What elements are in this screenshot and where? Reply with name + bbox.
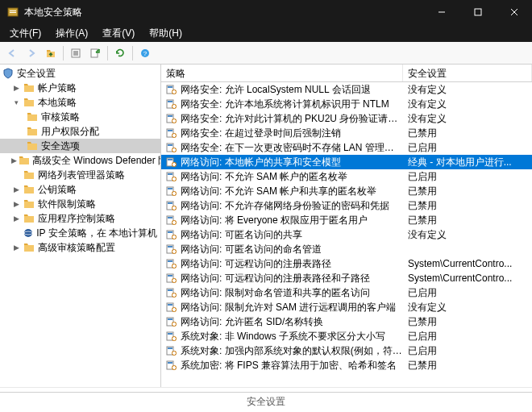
column-header-policy[interactable]: 策略 bbox=[161, 65, 403, 81]
list-row[interactable]: 网络访问: 可远程访问的注册表路径System\CurrentContro... bbox=[161, 256, 532, 271]
expand-icon[interactable]: ▶ bbox=[11, 199, 21, 209]
toolbar-separator bbox=[107, 46, 108, 60]
svg-rect-72 bbox=[172, 207, 176, 209]
policy-icon bbox=[164, 286, 177, 299]
policy-icon bbox=[164, 127, 177, 139]
tree-advanced-audit[interactable]: ▶ 高级审核策略配置 bbox=[0, 240, 160, 255]
menu-view[interactable]: 查看(V) bbox=[98, 25, 139, 42]
policy-icon bbox=[164, 83, 177, 96]
policy-name: 网络访问: 本地帐户的共享和安全模型 bbox=[181, 156, 341, 169]
list-row[interactable]: 网络访问: 本地帐户的共享和安全模型经典 - 对本地用户进行... bbox=[161, 155, 532, 169]
svg-rect-112 bbox=[172, 323, 176, 325]
menu-action[interactable]: 操作(A) bbox=[51, 25, 93, 42]
expand-icon[interactable]: ▶ bbox=[11, 214, 21, 223]
menu-file[interactable]: 文件(F) bbox=[5, 25, 46, 42]
policy-setting: 已禁用 bbox=[403, 185, 532, 198]
maximize-button[interactable] bbox=[459, 0, 496, 24]
policy-icon bbox=[164, 243, 177, 256]
list-row[interactable]: 网络安全: 允许本地系统将计算机标识用于 NTLM没有定义 bbox=[161, 97, 532, 111]
svg-rect-49 bbox=[168, 144, 172, 146]
policy-name: 网络访问: 不允许 SAM 帐户的匿名枚举 bbox=[181, 170, 347, 184]
tree-label: 本地策略 bbox=[38, 96, 77, 110]
policy-icon bbox=[164, 257, 177, 270]
policy-name: 网络访问: 限制对命名管道和共享的匿名访问 bbox=[181, 286, 370, 300]
toolbar-separator bbox=[132, 46, 133, 60]
expand-spacer bbox=[11, 228, 20, 238]
svg-rect-2 bbox=[10, 12, 16, 13]
tree-network-list[interactable]: 网络列表管理器策略 bbox=[0, 168, 160, 182]
folder-icon bbox=[26, 125, 39, 138]
list-row[interactable]: 系统加密: 将 FIPS 兼容算法用于加密、哈希和签名已禁用 bbox=[161, 358, 532, 372]
titlebar: 本地安全策略 bbox=[0, 0, 532, 24]
list-row[interactable]: 网络安全: 在超过登录时间后强制注销已禁用 bbox=[161, 126, 532, 140]
list-row[interactable]: 系统对象: 非 Windows 子系统不要求区分大小写已启用 bbox=[161, 329, 532, 343]
list-row[interactable]: 系统对象: 加强内部系统对象的默认权限(例如，符号链接)已启用 bbox=[161, 343, 532, 358]
tree-pane[interactable]: 安全设置 ▶ 帐户策略 ▾ 本地策略 审核策略 用户权限分配 bbox=[0, 65, 161, 387]
list-row[interactable]: 网络访问: 允许匿名 SID/名称转换已禁用 bbox=[161, 314, 532, 329]
policy-setting: 没有定义 bbox=[403, 112, 532, 126]
tree-app-control[interactable]: ▶ 应用程序控制策略 bbox=[0, 211, 160, 226]
export-button[interactable] bbox=[86, 44, 104, 62]
list-row[interactable]: 网络访问: 可匿名访问的命名管道 bbox=[161, 242, 532, 256]
list-row[interactable]: 网络安全: 在下一次更改密码时不存储 LAN 管理器哈希值已启用 bbox=[161, 140, 532, 155]
list-body[interactable]: 网络安全: 允许 LocalSystem NULL 会话回退没有定义网络安全: … bbox=[161, 82, 532, 387]
tree-audit-policy[interactable]: 审核策略 bbox=[0, 110, 160, 124]
expand-icon[interactable]: ▶ bbox=[11, 185, 21, 194]
svg-rect-109 bbox=[168, 318, 172, 320]
expand-icon[interactable]: ▶ bbox=[11, 83, 21, 93]
svg-rect-102 bbox=[172, 294, 176, 296]
tree-public-key[interactable]: ▶ 公钥策略 bbox=[0, 182, 160, 197]
policy-icon bbox=[164, 141, 177, 154]
list-row[interactable]: 网络安全: 允许 LocalSystem NULL 会话回退没有定义 bbox=[161, 82, 532, 97]
expand-icon[interactable]: ▶ bbox=[11, 243, 21, 252]
svg-rect-52 bbox=[172, 149, 176, 151]
column-header-setting[interactable]: 安全设置 bbox=[403, 65, 532, 81]
close-button[interactable] bbox=[496, 0, 532, 24]
list-row[interactable]: 网络访问: 可匿名访问的共享没有定义 bbox=[161, 227, 532, 242]
app-icon bbox=[6, 6, 19, 19]
svg-rect-54 bbox=[168, 159, 172, 160]
policy-setting: System\CurrentContro... bbox=[403, 273, 532, 284]
svg-rect-99 bbox=[168, 289, 172, 291]
tree-ip-security[interactable]: IP 安全策略，在 本地计算机 bbox=[0, 226, 160, 240]
up-button[interactable] bbox=[42, 44, 60, 62]
tree-account-policies[interactable]: ▶ 帐户策略 bbox=[0, 81, 160, 95]
policy-setting: 已启用 bbox=[403, 286, 532, 300]
help-button[interactable]: ? bbox=[136, 44, 154, 62]
expand-icon[interactable]: ▶ bbox=[11, 156, 17, 165]
svg-rect-92 bbox=[172, 265, 176, 267]
folder-icon bbox=[26, 110, 39, 123]
svg-rect-32 bbox=[172, 91, 176, 93]
back-button[interactable] bbox=[3, 44, 21, 62]
tree-local-policies[interactable]: ▾ 本地策略 bbox=[0, 95, 160, 110]
svg-rect-20 bbox=[19, 158, 29, 164]
tree-user-rights[interactable]: 用户权限分配 bbox=[0, 124, 160, 139]
list-row[interactable]: 网络访问: 不允许 SAM 帐户和共享的匿名枚举已禁用 bbox=[161, 184, 532, 198]
list-row[interactable]: 网络访问: 不允许存储网络身份验证的密码和凭据已禁用 bbox=[161, 198, 532, 213]
policy-name: 网络安全: 在超过登录时间后强制注销 bbox=[181, 127, 341, 140]
policy-name: 网络安全: 允许对此计算机的 PKU2U 身份验证请求使用联... bbox=[181, 112, 403, 126]
list-row[interactable]: 网络访问: 限制对命名管道和共享的匿名访问已启用 bbox=[161, 285, 532, 300]
list-row[interactable]: 网络访问: 不允许 SAM 帐户的匿名枚举已启用 bbox=[161, 169, 532, 184]
folder-open-icon bbox=[23, 96, 35, 109]
tree-defender-firewall[interactable]: ▶ 高级安全 Windows Defender 防火墙 bbox=[0, 153, 160, 168]
refresh-button[interactable] bbox=[111, 44, 129, 62]
list-row[interactable]: 网络访问: 可远程访问的注册表路径和子路径System\CurrentContr… bbox=[161, 271, 532, 285]
expand-spacer bbox=[11, 170, 21, 180]
forward-button[interactable] bbox=[23, 44, 40, 62]
list-row[interactable]: 网络安全: 允许对此计算机的 PKU2U 身份验证请求使用联...没有定义 bbox=[161, 111, 532, 126]
policy-setting: 已禁用 bbox=[403, 127, 532, 140]
menu-help[interactable]: 帮助(H) bbox=[144, 25, 187, 42]
tree-root-security-settings[interactable]: 安全设置 bbox=[0, 66, 160, 81]
minimize-button[interactable] bbox=[423, 0, 459, 24]
list-row[interactable]: 网络访问: 限制允许对 SAM 进行远程调用的客户端没有定义 bbox=[161, 300, 532, 314]
policy-icon bbox=[164, 359, 177, 372]
content: 安全设置 ▶ 帐户策略 ▾ 本地策略 审核策略 用户权限分配 bbox=[0, 65, 532, 387]
tree-security-options[interactable]: 安全选项 bbox=[0, 139, 160, 153]
collapse-icon[interactable]: ▾ bbox=[11, 98, 21, 107]
policy-name: 网络访问: 允许匿名 SID/名称转换 bbox=[181, 315, 323, 329]
policy-icon bbox=[164, 214, 177, 227]
properties-button[interactable] bbox=[67, 44, 85, 62]
list-row[interactable]: 网络访问: 将 Everyone 权限应用于匿名用户已禁用 bbox=[161, 213, 532, 227]
tree-software-restriction[interactable]: ▶ 软件限制策略 bbox=[0, 197, 160, 211]
